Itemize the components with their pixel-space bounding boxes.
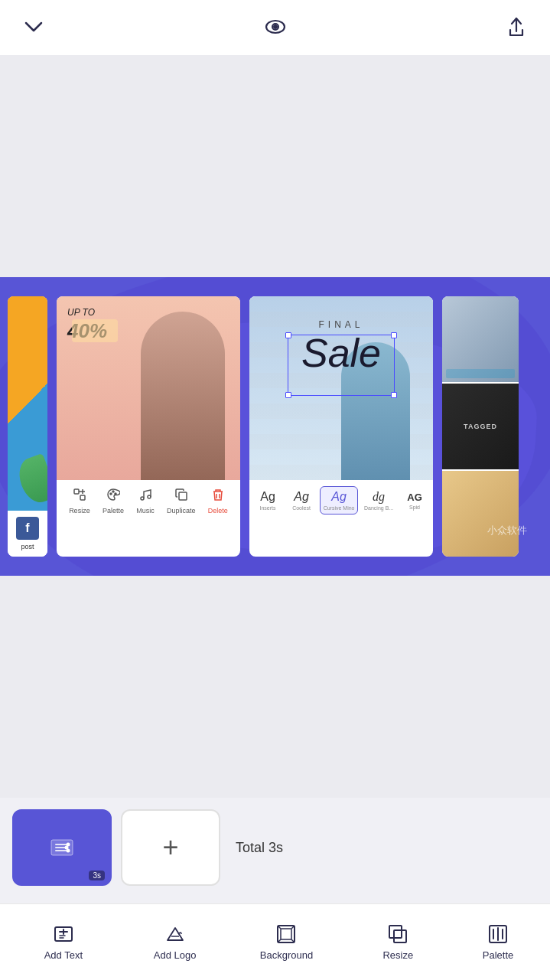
facebook-icon: f bbox=[16, 517, 39, 540]
palette-icon-bottom bbox=[487, 923, 509, 945]
font-option-inserts[interactable]: Ag Inserts bbox=[252, 487, 283, 514]
font-name-inserts: Inserts bbox=[259, 505, 275, 511]
svg-point-12 bbox=[148, 495, 151, 498]
font-label-spid: AG bbox=[407, 492, 422, 503]
eye-icon bbox=[263, 15, 288, 39]
font-option-coolest[interactable]: Ag Coolest bbox=[286, 487, 317, 514]
share-button[interactable] bbox=[501, 11, 532, 44]
resize-icon-bottom bbox=[387, 923, 408, 945]
add-text-label: Add Text bbox=[44, 949, 83, 961]
font-label-coolest: Ag bbox=[294, 490, 309, 504]
add-logo-icon bbox=[164, 923, 186, 945]
svg-point-11 bbox=[141, 497, 144, 500]
resize-label: Resize bbox=[69, 507, 90, 514]
duplicate-icon bbox=[174, 488, 188, 505]
font-option-cursive[interactable]: Ag Cursive Mino bbox=[320, 486, 358, 514]
svg-rect-4 bbox=[74, 489, 79, 494]
chevron-down-button[interactable] bbox=[18, 11, 49, 44]
timeline-slide-icon bbox=[48, 834, 76, 861]
add-text-icon bbox=[53, 923, 74, 945]
svg-point-9 bbox=[112, 491, 114, 492]
collage-cell-2: TAGGED bbox=[442, 384, 519, 469]
add-logo-label: Add Logo bbox=[154, 949, 197, 961]
collage-grid: TAGGED bbox=[442, 296, 519, 557]
svg-rect-5 bbox=[80, 495, 85, 500]
music-tool[interactable]: Music bbox=[136, 488, 155, 514]
font-name-cursive: Cursive Mino bbox=[324, 505, 355, 511]
svg-rect-35 bbox=[389, 926, 402, 938]
add-logo-tool[interactable]: Add Logo bbox=[145, 923, 206, 961]
font-label-dancing: dg bbox=[373, 490, 385, 504]
svg-point-8 bbox=[110, 493, 112, 495]
card3-image-area: FINAL Sale bbox=[249, 296, 433, 480]
preview-button[interactable] bbox=[260, 11, 291, 44]
slides-container: f post UP TO 40% bbox=[0, 296, 526, 557]
card1-image-area bbox=[8, 296, 47, 511]
delete-icon bbox=[211, 488, 225, 505]
card2-toolbar: Resize Palette bbox=[57, 480, 240, 522]
selection-handle-br bbox=[391, 392, 397, 398]
canvas-top-area bbox=[0, 55, 550, 277]
timeline-bar: 3s + Total 3s bbox=[0, 798, 550, 897]
add-slide-icon: + bbox=[162, 831, 178, 864]
chevron-down-icon bbox=[21, 15, 46, 39]
delete-label: Delete bbox=[208, 507, 228, 514]
font-name-coolest: Coolest bbox=[292, 505, 311, 511]
editor-strip: f post UP TO 40% bbox=[0, 277, 550, 576]
bottom-toolbar: Add Text Add Logo Background Resize bbox=[0, 903, 550, 980]
selection-box bbox=[288, 335, 395, 396]
font-option-dancing[interactable]: dg Dancing B... bbox=[361, 487, 396, 514]
slide-card-collage[interactable]: TAGGED bbox=[442, 296, 519, 557]
resize-tool-bottom[interactable]: Resize bbox=[367, 923, 428, 961]
font-label-cursive: Ag bbox=[331, 490, 347, 504]
background-tool[interactable]: Background bbox=[255, 923, 317, 961]
timeline-total-label: Total 3s bbox=[236, 840, 283, 856]
canvas-bottom-area bbox=[0, 576, 550, 798]
background-icon bbox=[275, 923, 297, 945]
font-name-spid: Spid bbox=[409, 505, 420, 510]
top-bar bbox=[0, 0, 550, 55]
selection-handle-tl bbox=[285, 332, 291, 338]
background-label: Background bbox=[260, 949, 313, 961]
palette-label-bottom: Palette bbox=[483, 949, 513, 961]
timeline-slide-1[interactable]: 3s bbox=[12, 809, 112, 886]
timeline-slide-duration: 3s bbox=[89, 871, 105, 880]
music-icon bbox=[138, 488, 152, 505]
delete-tool[interactable]: Delete bbox=[208, 488, 228, 514]
card2-image-area: UP TO 40% bbox=[57, 296, 240, 480]
slide-card-fashion[interactable]: UP TO 40% bbox=[57, 296, 240, 557]
collage-cell-1 bbox=[442, 296, 519, 382]
svg-point-22 bbox=[67, 849, 70, 853]
selection-handle-bl bbox=[285, 392, 291, 398]
watermark-text: 小众软件 bbox=[487, 524, 527, 537]
music-label: Music bbox=[136, 507, 155, 514]
svg-rect-13 bbox=[179, 492, 187, 500]
slide-card-sale[interactable]: FINAL Sale Ag Inserts Ag bbox=[249, 296, 433, 557]
svg-point-10 bbox=[115, 493, 116, 495]
resize-label-bottom: Resize bbox=[382, 949, 413, 961]
duplicate-label: Duplicate bbox=[167, 507, 196, 514]
share-icon bbox=[504, 15, 529, 39]
card1-platform-label: post bbox=[11, 543, 44, 550]
svg-point-2 bbox=[274, 25, 277, 28]
timeline-add-button[interactable]: + bbox=[121, 809, 220, 886]
slide-card-facebook[interactable]: f post bbox=[8, 296, 47, 557]
font-picker-toolbar: Ag Inserts Ag Coolest Ag Cursive Mino dg… bbox=[249, 480, 433, 521]
font-name-dancing: Dancing B... bbox=[364, 505, 393, 511]
svg-rect-30 bbox=[281, 929, 291, 939]
selection-handle-tr bbox=[391, 332, 397, 338]
svg-rect-36 bbox=[394, 930, 406, 942]
duplicate-tool[interactable]: Duplicate bbox=[167, 488, 196, 514]
resize-tool[interactable]: Resize bbox=[69, 488, 90, 514]
font-option-spid[interactable]: AG Spid bbox=[399, 488, 430, 513]
resize-icon bbox=[73, 488, 86, 505]
add-text-tool[interactable]: Add Text bbox=[33, 923, 94, 961]
palette-tool-bottom[interactable]: Palette bbox=[479, 923, 517, 961]
final-sale-text: FINAL bbox=[249, 319, 433, 330]
font-label-inserts: Ag bbox=[260, 490, 275, 504]
palette-label: Palette bbox=[103, 507, 124, 514]
palette-icon bbox=[106, 488, 120, 505]
palette-tool[interactable]: Palette bbox=[103, 488, 124, 514]
collage-cell-3 bbox=[442, 471, 519, 557]
card1-bottom-area: f post bbox=[8, 511, 47, 557]
